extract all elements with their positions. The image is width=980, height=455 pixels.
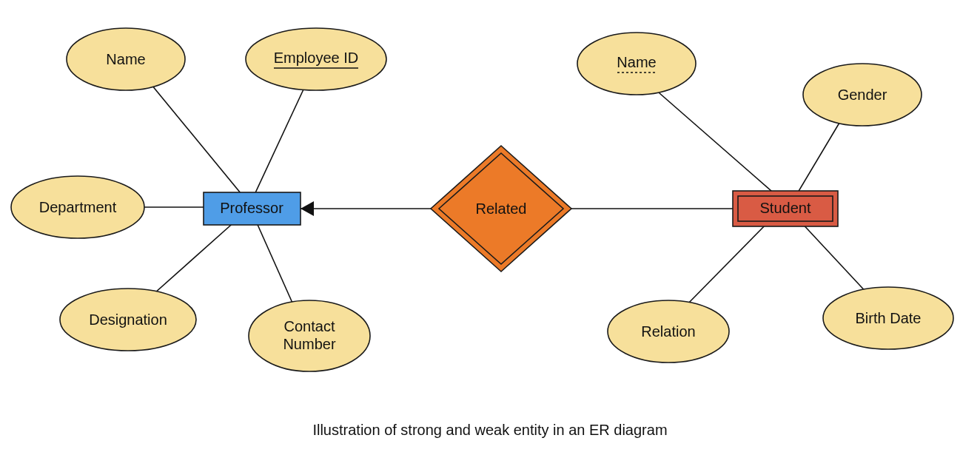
line-stu-name [648,83,777,196]
attr-stu-relation: Relation [608,300,729,363]
entity-student: Student [733,191,838,226]
attr-stu-name: Name [577,33,696,95]
line-prof-name [145,77,244,198]
attr-stu-name-label: Name [617,54,656,70]
diagram-caption: Illustration of strong and weak entity i… [312,422,667,438]
arrowhead-to-professor [301,201,314,216]
attr-prof-name: Name [67,28,185,90]
attr-stu-birth: Birth Date [823,287,953,349]
attr-prof-contact-label-2: Number [283,336,335,352]
line-stu-gender [796,115,844,196]
line-prof-contact [255,220,295,308]
line-stu-birth [799,220,870,296]
relationship-label: Related [476,200,527,217]
line-stu-relation [681,220,770,311]
attr-stu-gender: Gender [803,64,922,126]
line-prof-empid [253,80,308,198]
attr-prof-empid-label: Employee ID [274,50,359,66]
attr-prof-desig-label: Designation [89,311,167,328]
line-prof-desig [148,220,237,299]
attr-stu-birth-label: Birth Date [856,310,922,326]
entity-professor: Professor [204,192,301,225]
relationship-related: Related [431,146,571,272]
attr-prof-contact-label-1: Contact [284,318,335,334]
attr-stu-gender-label: Gender [838,87,887,103]
attr-prof-empid: Employee ID [246,28,386,90]
attr-prof-dept: Department [11,176,144,238]
attr-prof-dept-label: Department [39,199,117,215]
attr-stu-relation-label: Relation [641,323,695,340]
er-diagram-canvas: Name Employee ID Department Designation … [0,0,980,455]
attr-prof-contact: Contact Number [249,300,370,371]
attr-prof-name-label: Name [106,51,145,67]
attr-prof-desig: Designation [60,289,196,351]
entity-student-label: Student [760,200,811,216]
entity-professor-label: Professor [220,200,283,216]
